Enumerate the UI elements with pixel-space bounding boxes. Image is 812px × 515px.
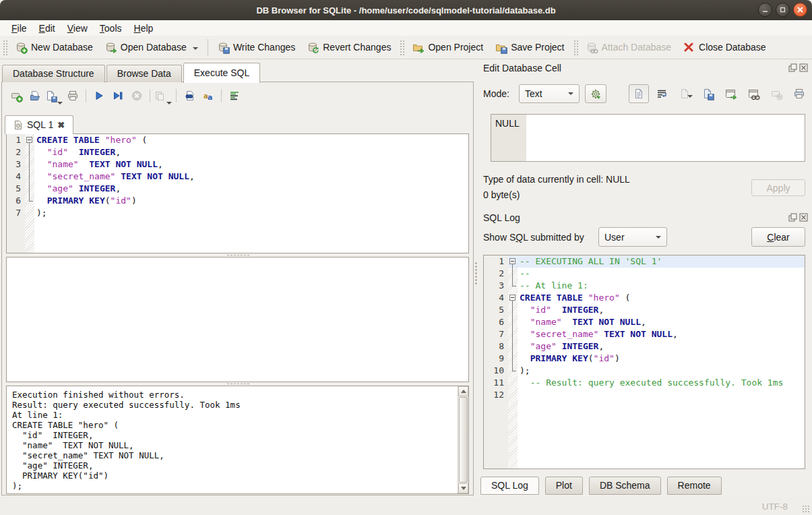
cell-null-placeholder: NULL — [495, 118, 520, 129]
toolbar-drag-handle[interactable] — [2, 39, 7, 55]
toolbar-button-label: Write Changes — [233, 42, 295, 53]
sql-log-editor[interactable]: 1-- EXECUTING ALL IN 'SQL 1'2--3-- At li… — [483, 255, 805, 469]
toolbar-drag-handle[interactable] — [573, 39, 578, 55]
new-database-button[interactable]: New Database — [9, 39, 99, 55]
window-title: DB Browser for SQLite - /home/user/code/… — [256, 5, 555, 16]
fold-margin — [25, 207, 34, 219]
menu-view[interactable]: View — [61, 22, 94, 35]
text-mode-button[interactable] — [629, 84, 649, 103]
fold-margin[interactable] — [508, 292, 518, 304]
close-button[interactable] — [793, 3, 807, 17]
close-sql-tab-icon[interactable]: ✖ — [57, 120, 65, 130]
open-database-dropdown-icon[interactable] — [193, 47, 198, 50]
dock-tab-sql-log[interactable]: SQL Log — [480, 477, 539, 495]
clear-log-button[interactable]: Clear — [751, 227, 805, 247]
line-number: 12 — [484, 389, 508, 401]
menu-edit[interactable]: Edit — [33, 22, 61, 35]
tab-browse-data[interactable]: Browse Data — [106, 65, 182, 82]
format-sql-button[interactable] — [226, 87, 243, 104]
titlebar[interactable]: DB Browser for SQLite - /home/user/code/… — [0, 0, 812, 20]
fold-margin — [508, 316, 518, 328]
execute-all-button[interactable] — [90, 87, 108, 104]
fold-margin — [25, 158, 34, 171]
print-cell-button[interactable] — [789, 84, 809, 103]
word-wrap-icon — [656, 88, 667, 99]
line-number: 1 — [484, 255, 508, 268]
scrollbar[interactable] — [458, 386, 468, 493]
line-number: 11 — [484, 377, 508, 389]
revert-changes-button[interactable]: Revert Changes — [301, 39, 397, 55]
find-button[interactable] — [181, 87, 198, 104]
sql-editor[interactable]: 1CREATE TABLE "hero" (2 "id" INTEGER,3 "… — [6, 133, 469, 253]
code-line: 5 "id" INTEGER, — [484, 304, 805, 316]
open-external-button[interactable] — [743, 84, 763, 103]
close-panel-icon[interactable] — [799, 213, 808, 222]
toolbar-drag-handle[interactable] — [399, 39, 404, 55]
save-results-icon — [154, 90, 165, 101]
import-data-button[interactable] — [697, 84, 718, 103]
new-sql-tab-button[interactable] — [7, 87, 25, 104]
minimize-button[interactable] — [758, 3, 772, 17]
cell-size-info: 0 byte(s) — [483, 189, 520, 200]
save-project-button[interactable]: Save Project — [489, 39, 570, 55]
open-project-button[interactable]: Open Project — [406, 39, 489, 55]
edit-cell-title: Edit Database Cell — [483, 63, 561, 73]
code-line: 8 "age" INTEGER, — [484, 340, 805, 353]
code-text: CREATE TABLE "hero" ( — [518, 292, 805, 304]
export-data-button[interactable] — [720, 84, 741, 103]
close-panel-icon[interactable] — [799, 63, 808, 72]
code-text: PRIMARY KEY("id") — [518, 353, 805, 365]
float-panel-icon[interactable] — [788, 213, 797, 222]
code-line: 7); — [7, 207, 468, 219]
fold-margin[interactable] — [508, 255, 518, 268]
maximize-button[interactable] — [776, 3, 790, 17]
save-sql-file-button[interactable] — [45, 87, 63, 104]
execute-sql-panel: aa SQL 1 ✖ 1CREATE TABLE "hero" (2 "id" … — [1, 82, 474, 495]
close-database-button[interactable]: Close Database — [677, 39, 772, 55]
code-text: "name" TEXT NOT NULL, — [34, 158, 468, 171]
open-database-button[interactable]: Open Database — [99, 39, 204, 55]
scrollbar-thumb[interactable] — [459, 397, 468, 483]
log-filter-combobox[interactable]: User — [598, 227, 667, 247]
line-number: 10 — [484, 365, 508, 377]
menu-tools[interactable]: Tools — [94, 22, 128, 35]
word-wrap-button[interactable] — [652, 84, 672, 103]
code-text: ); — [34, 207, 468, 219]
scroll-down-icon[interactable] — [458, 483, 468, 493]
fold-margin — [508, 377, 518, 389]
dock-splitter-handle[interactable] — [475, 262, 477, 284]
print-sql-button[interactable] — [64, 87, 82, 104]
fold-margin[interactable] — [25, 134, 34, 146]
autocomplete-button[interactable]: aa — [199, 87, 217, 104]
resize-grip[interactable] — [802, 505, 810, 513]
set-null-button — [766, 84, 786, 103]
sql-file-tab[interactable]: SQL 1 ✖ — [5, 115, 73, 134]
fold-margin — [508, 353, 518, 365]
mode-combobox[interactable]: Text — [519, 84, 580, 103]
menu-file[interactable]: File — [5, 22, 33, 35]
execution-output-pane[interactable]: Execution finished without errors. Resul… — [6, 386, 469, 494]
code-line: 6 PRIMARY KEY("id") — [7, 195, 468, 207]
dock-tab-plot[interactable]: Plot — [545, 477, 583, 495]
tab-database-structure[interactable]: Database Structure — [2, 65, 105, 82]
dock-tab-remote[interactable]: Remote — [667, 477, 722, 495]
chevron-down-icon — [656, 236, 661, 239]
menu-help[interactable]: Help — [128, 22, 160, 35]
float-panel-icon[interactable] — [788, 63, 797, 72]
dock-tab-db-schema[interactable]: DB Schema — [589, 477, 661, 495]
execute-line-button[interactable] — [109, 87, 127, 104]
line-number: 6 — [484, 316, 508, 328]
code-text: "age" INTEGER, — [34, 183, 468, 195]
code-line: 4 "secret_name" TEXT NOT NULL, — [7, 171, 468, 183]
code-text: "id" INTEGER, — [34, 146, 468, 158]
scroll-up-icon[interactable] — [458, 386, 468, 396]
save-results-dropdown-icon — [166, 102, 172, 104]
tab-execute-sql[interactable]: Execute SQL — [183, 63, 261, 83]
write-changes-button[interactable]: Write Changes — [212, 39, 301, 55]
save-sql-dropdown-icon[interactable] — [57, 102, 63, 104]
open-sql-file-button[interactable] — [26, 87, 44, 104]
cell-value-editor[interactable]: NULL — [491, 114, 805, 162]
maximize-icon — [779, 6, 786, 13]
sql-toolbar-separator — [86, 89, 86, 102]
auto-switch-mode-button[interactable] — [585, 84, 606, 103]
